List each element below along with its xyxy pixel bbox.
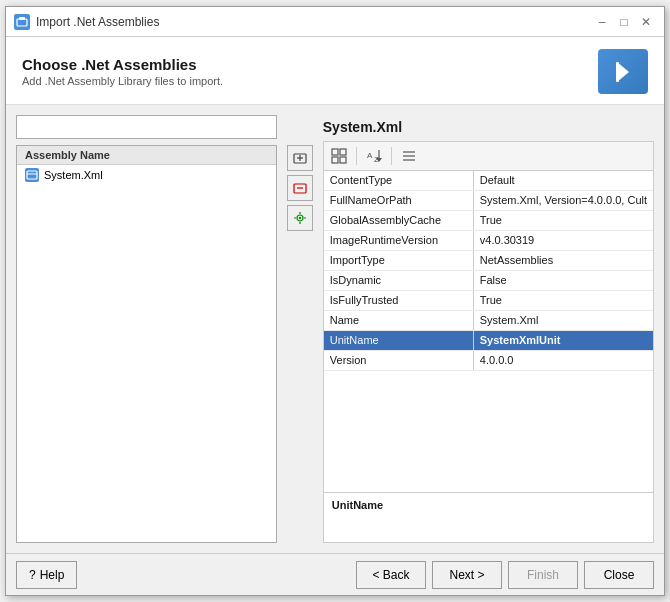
prop-name-name: Name (324, 311, 474, 330)
svg-rect-17 (332, 149, 338, 155)
prop-value-globalassemblycache: True (474, 211, 653, 230)
prop-name-isfullytrusted: IsFullyTrusted (324, 291, 474, 310)
toolbar-separator-1 (356, 147, 357, 165)
search-input[interactable] (16, 115, 277, 139)
prop-name-globalassemblycache: GlobalAssemblyCache (324, 211, 474, 230)
categorized-view-button[interactable] (327, 145, 351, 167)
footer: ? Help < Back Next > Finish Close (6, 553, 664, 595)
svg-rect-3 (616, 62, 619, 82)
properties-toolbar: A Z (323, 141, 654, 170)
prop-name-contenttype: ContentType (324, 171, 474, 190)
svg-point-12 (299, 217, 301, 219)
prop-row-imageruntimeversion[interactable]: ImageRuntimeVersion v4.0.30319 (324, 231, 653, 251)
header-icon (598, 49, 648, 94)
assembly-name: System.Xml (44, 169, 103, 181)
prop-row-version[interactable]: Version 4.0.0.0 (324, 351, 653, 371)
description-panel: UnitName (323, 493, 654, 543)
finish-button[interactable]: Finish (508, 561, 578, 589)
list-view-button[interactable] (397, 145, 421, 167)
prop-row-unitname[interactable]: UnitName SystemXmlUnit (324, 331, 653, 351)
maximize-button[interactable]: □ (614, 12, 634, 32)
prop-value-importtype: NetAssemblies (474, 251, 653, 270)
prop-row-fullnameorpath[interactable]: FullNameOrPath System.Xml, Version=4.0.0… (324, 191, 653, 211)
prop-name-fullnameorpath: FullNameOrPath (324, 191, 474, 210)
config-assembly-button[interactable] (287, 205, 313, 231)
minimize-button[interactable]: – (592, 12, 612, 32)
main-window: Import .Net Assemblies – □ ✕ Choose .Net… (5, 6, 665, 596)
prop-name-version: Version (324, 351, 474, 370)
left-panel: Assembly Name System.Xml (16, 115, 277, 543)
svg-rect-4 (27, 171, 37, 179)
header: Choose .Net Assemblies Add .Net Assembly… (6, 37, 664, 105)
sort-az-button[interactable]: A Z (362, 145, 386, 167)
close-window-button[interactable]: ✕ (636, 12, 656, 32)
footer-right: < Back Next > Finish Close (356, 561, 654, 589)
close-button[interactable]: Close (584, 561, 654, 589)
help-button[interactable]: ? Help (16, 561, 77, 589)
side-action-buttons (287, 115, 313, 543)
assembly-list: Assembly Name System.Xml (16, 145, 277, 543)
list-header: Assembly Name (17, 146, 276, 165)
prop-row-contenttype[interactable]: ContentType Default (324, 171, 653, 191)
window-title: Import .Net Assemblies (36, 15, 159, 29)
properties-grid: ContentType Default FullNameOrPath Syste… (323, 170, 654, 493)
svg-rect-0 (17, 19, 27, 26)
right-panel-title: System.Xml (323, 115, 654, 141)
header-text: Choose .Net Assemblies Add .Net Assembly… (22, 56, 223, 87)
prop-value-contenttype: Default (474, 171, 653, 190)
description-title: UnitName (332, 499, 645, 511)
prop-row-isfullytrusted[interactable]: IsFullyTrusted True (324, 291, 653, 311)
svg-rect-1 (19, 17, 25, 20)
toolbar-separator-2 (391, 147, 392, 165)
prop-value-version: 4.0.0.0 (474, 351, 653, 370)
next-button[interactable]: Next > (432, 561, 502, 589)
prop-name-importtype: ImportType (324, 251, 474, 270)
titlebar-controls: – □ ✕ (592, 12, 656, 32)
help-icon: ? (29, 568, 36, 582)
prop-value-unitname: SystemXmlUnit (474, 331, 653, 350)
remove-assembly-button[interactable] (287, 175, 313, 201)
content-area: Assembly Name System.Xml (6, 105, 664, 553)
footer-left: ? Help (16, 561, 77, 589)
prop-name-isdynamic: IsDynamic (324, 271, 474, 290)
right-panel: System.Xml A Z (323, 115, 654, 543)
svg-text:A: A (367, 151, 373, 160)
header-title: Choose .Net Assemblies (22, 56, 223, 73)
prop-value-imageruntimeversion: v4.0.30319 (474, 231, 653, 250)
titlebar: Import .Net Assemblies – □ ✕ (6, 7, 664, 37)
prop-row-globalassemblycache[interactable]: GlobalAssemblyCache True (324, 211, 653, 231)
prop-row-isdynamic[interactable]: IsDynamic False (324, 271, 653, 291)
svg-rect-19 (332, 157, 338, 163)
header-subtitle: Add .Net Assembly Library files to impor… (22, 75, 223, 87)
prop-name-imageruntimeversion: ImageRuntimeVersion (324, 231, 474, 250)
svg-rect-20 (340, 157, 346, 163)
add-assembly-button[interactable] (287, 145, 313, 171)
back-button[interactable]: < Back (356, 561, 426, 589)
prop-row-importtype[interactable]: ImportType NetAssemblies (324, 251, 653, 271)
prop-value-fullnameorpath: System.Xml, Version=4.0.0.0, Cult (474, 191, 653, 210)
prop-value-isfullytrusted: True (474, 291, 653, 310)
help-label: Help (40, 568, 65, 582)
prop-value-name: System.Xml (474, 311, 653, 330)
titlebar-left: Import .Net Assemblies (14, 14, 159, 30)
prop-value-isdynamic: False (474, 271, 653, 290)
prop-row-name[interactable]: Name System.Xml (324, 311, 653, 331)
list-item[interactable]: System.Xml (17, 165, 276, 185)
window-icon (14, 14, 30, 30)
svg-rect-18 (340, 149, 346, 155)
prop-name-unitname: UnitName (324, 331, 474, 350)
assembly-icon (25, 168, 39, 182)
